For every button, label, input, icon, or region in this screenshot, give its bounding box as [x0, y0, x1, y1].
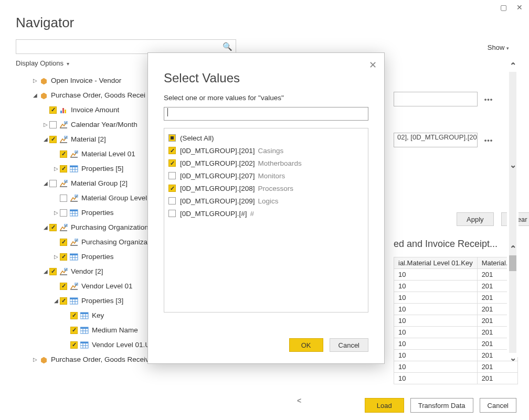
expand-icon[interactable]: ▷	[42, 121, 49, 128]
scroll-left-icon[interactable]: <	[294, 396, 304, 405]
cube-icon: ⬢	[39, 91, 48, 100]
close-icon[interactable]: ✕	[369, 59, 377, 71]
scroll-up-icon[interactable]: ⌃	[507, 60, 519, 72]
select-all-item[interactable]: (Select All)	[168, 132, 364, 144]
table-row[interactable]: 10201	[394, 269, 518, 281]
parameter-input[interactable]	[394, 92, 478, 106]
checkbox[interactable]	[49, 180, 57, 187]
dialog-title: Select Values	[148, 53, 384, 89]
table-icon	[69, 165, 79, 173]
table-row[interactable]: 10201	[394, 292, 518, 304]
checkbox[interactable]	[60, 239, 67, 246]
value-item[interactable]: [0D_MTLGROUP].[202]Motherboards	[168, 157, 364, 169]
checkbox[interactable]	[168, 185, 176, 192]
value-code: [0D_MTLGROUP].[208]	[180, 185, 255, 192]
cancel-button[interactable]: Cancel	[330, 338, 368, 352]
value-item[interactable]: [0D_MTLGROUP].[#]#	[168, 207, 364, 220]
checkbox[interactable]	[60, 150, 67, 158]
checkbox[interactable]	[70, 341, 78, 349]
checkbox[interactable]	[168, 172, 176, 179]
search-input[interactable]: 🔍	[16, 39, 236, 54]
expand-icon[interactable]: ◢	[42, 136, 49, 143]
maximize-icon[interactable]: ▢	[500, 3, 507, 12]
checkbox[interactable]	[60, 195, 67, 202]
table-row[interactable]: 10201	[394, 315, 518, 327]
checkbox[interactable]	[49, 224, 57, 231]
show-menu[interactable]: Show ▾	[488, 44, 509, 51]
checkbox[interactable]	[49, 121, 57, 128]
expand-icon[interactable]: ▷	[52, 253, 60, 261]
checkbox-indeterminate[interactable]	[168, 134, 176, 142]
checkbox[interactable]	[60, 253, 67, 261]
filter-input[interactable]	[164, 107, 368, 121]
checkbox[interactable]	[60, 283, 67, 290]
vertical-scrollbar-inner[interactable]: ⌃ ⌄	[507, 244, 519, 364]
table-row[interactable]: 10201	[394, 338, 518, 350]
hierarchy-icon	[69, 282, 79, 290]
checkbox[interactable]	[70, 312, 78, 319]
table-cell: 10	[394, 292, 478, 304]
value-item[interactable]: [0D_MTLGROUP].[201]Casings	[168, 144, 364, 157]
preview-table: ial.Material Level 01.KeyMaterial.M10201…	[394, 257, 518, 384]
parameter-browse-button[interactable]: •••	[481, 92, 496, 106]
checkbox[interactable]	[60, 297, 67, 305]
checkbox[interactable]	[60, 165, 67, 173]
hierarchy-icon	[69, 150, 79, 158]
chevron-down-icon: ▾	[506, 46, 509, 51]
table-row[interactable]: 10201	[394, 350, 518, 361]
cancel-button[interactable]: Cancel	[480, 398, 516, 413]
transform-data-button[interactable]: Transform Data	[410, 398, 473, 413]
checkbox[interactable]	[168, 197, 176, 204]
checkbox[interactable]	[168, 210, 176, 217]
select-values-dialog: ✕ Select Values Select one or more value…	[147, 52, 385, 364]
table-cell: 10	[394, 327, 478, 338]
table-row[interactable]: 10201	[394, 373, 518, 384]
load-button[interactable]: Load	[365, 398, 404, 413]
parameter-values-input[interactable]: 02], [0D_MTLGROUP].[208	[394, 133, 478, 147]
select-all-label: (Select All)	[180, 134, 214, 142]
checkbox[interactable]	[49, 106, 57, 114]
checkbox[interactable]	[168, 159, 176, 167]
checkbox[interactable]	[60, 209, 67, 217]
table-row[interactable]: 10201	[394, 327, 518, 338]
ok-button[interactable]: OK	[289, 338, 323, 352]
table-cell: 10	[394, 373, 478, 384]
value-item[interactable]: [0D_MTLGROUP].[209]Logics	[168, 195, 364, 207]
table-row[interactable]: 10201	[394, 281, 518, 292]
value-item[interactable]: [0D_MTLGROUP].[208]Processors	[168, 182, 364, 195]
value-item[interactable]: [0D_MTLGROUP].[207]Monitors	[168, 169, 364, 182]
expand-icon[interactable]: ◢	[42, 180, 49, 187]
close-icon[interactable]: ✕	[516, 3, 523, 12]
expand-icon[interactable]: ▷	[52, 165, 60, 173]
expand-icon[interactable]: ◢	[42, 224, 49, 231]
value-code: [0D_MTLGROUP].[202]	[180, 159, 255, 167]
expand-icon[interactable]: ▷	[31, 356, 39, 363]
table-cell: 10	[394, 304, 478, 315]
table-row[interactable]: 10201	[394, 361, 518, 373]
expand-icon[interactable]: ◢	[31, 92, 39, 99]
table-icon	[80, 326, 89, 335]
scroll-down-icon[interactable]: ⌄	[507, 353, 519, 364]
scroll-thumb[interactable]	[509, 255, 516, 271]
table-header[interactable]: ial.Material Level 01.Key	[394, 257, 478, 269]
parameter-browse-button[interactable]: •••	[481, 133, 496, 147]
scroll-down-icon[interactable]: ⌄	[507, 159, 519, 171]
checkbox[interactable]	[70, 327, 78, 334]
checkbox[interactable]	[168, 147, 176, 154]
table-row[interactable]: 10201	[394, 304, 518, 315]
tree-item-label: Material Group [2]	[71, 179, 128, 189]
expand-icon[interactable]: ▷	[52, 209, 60, 217]
apply-button[interactable]: Apply	[457, 212, 494, 226]
expand-icon[interactable]: ◢	[52, 297, 60, 305]
scroll-up-icon[interactable]: ⌃	[507, 244, 519, 255]
tree-item-label: Material Level 01	[81, 149, 135, 159]
checkbox[interactable]	[49, 268, 57, 275]
checkbox[interactable]	[49, 136, 57, 143]
tree-item-label: Purchasing Organizatio	[81, 238, 155, 247]
value-description: Processors	[258, 185, 294, 192]
preview-title: ed and Invoice Receipt...	[394, 239, 498, 250]
value-code: [0D_MTLGROUP].[#]	[180, 210, 247, 218]
hierarchy-icon	[69, 238, 79, 246]
expand-icon[interactable]: ▷	[31, 77, 39, 84]
expand-icon[interactable]: ◢	[42, 268, 49, 275]
